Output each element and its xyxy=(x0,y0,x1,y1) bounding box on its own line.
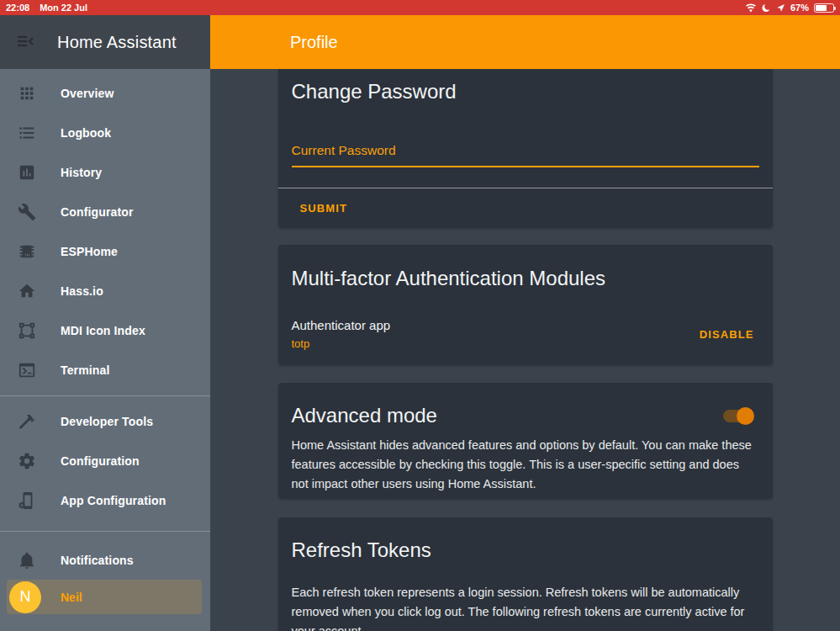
current-password-input[interactable] xyxy=(292,143,759,167)
app-title: Home Assistant xyxy=(57,33,177,52)
status-time: 22:08 xyxy=(6,3,29,13)
card-title: Change Password xyxy=(278,69,773,104)
advanced-mode-toggle[interactable] xyxy=(723,407,754,425)
home-icon xyxy=(17,281,37,301)
sidebar-item-profile[interactable]: N Neil xyxy=(7,580,202,614)
sidebar-item-overview[interactable]: Overview xyxy=(0,73,210,113)
screen: 22:08 Mon 22 Jul 67% xyxy=(0,0,840,631)
sidebar: Overview Logbook History Configurator xyxy=(0,69,210,631)
battery-percent: 67% xyxy=(790,3,809,13)
sidebar-item-terminal[interactable]: Terminal xyxy=(0,350,210,390)
page-header: Profile xyxy=(210,15,840,69)
advanced-mode-description: Home Assistant hides advanced features a… xyxy=(292,436,759,494)
card-title: Multi-factor Authentication Modules xyxy=(278,245,773,291)
sidebar-item-label: Terminal xyxy=(61,363,110,377)
wifi-icon xyxy=(745,3,757,13)
submit-button[interactable]: SUBMIT xyxy=(300,202,347,215)
sidebar-item-label: Logbook xyxy=(61,126,111,140)
sidebar-item-label: Configuration xyxy=(61,454,140,468)
gear-icon xyxy=(17,451,37,471)
sidebar-item-configurator[interactable]: Configurator xyxy=(0,192,210,231)
moon-icon xyxy=(762,3,771,13)
hammer-icon xyxy=(17,411,37,432)
sidebar-item-label: ESPHome xyxy=(61,245,118,258)
sidebar-item-configuration[interactable]: Configuration xyxy=(0,441,210,480)
sidebar-item-developer-tools[interactable]: Developer Tools xyxy=(0,401,210,441)
mfa-module-id: totp xyxy=(292,337,391,351)
phone-gear-icon xyxy=(17,490,37,511)
console-icon xyxy=(17,360,37,380)
sidebar-item-label: App Configuration xyxy=(61,494,166,507)
card-title: Advanced mode xyxy=(278,403,451,428)
vector-square-icon xyxy=(17,321,37,341)
sidebar-item-mdi-icon-index[interactable]: MDI Icon Index xyxy=(0,310,210,350)
sidebar-item-notifications[interactable]: Notifications xyxy=(0,540,210,580)
sidebar-item-esphome[interactable]: ESPHome xyxy=(0,231,210,271)
list-bulleted-icon xyxy=(17,123,37,143)
location-arrow-icon xyxy=(776,3,785,13)
sidebar-item-label: Notifications xyxy=(61,554,134,567)
chip-icon xyxy=(17,241,37,262)
avatar: N xyxy=(9,581,41,613)
sidebar-item-label: Overview xyxy=(61,87,114,100)
sidebar-item-label: MDI Icon Index xyxy=(61,324,145,337)
advanced-mode-card: Advanced mode Home Assistant hides advan… xyxy=(278,383,773,498)
change-password-card: Change Password SUBMIT xyxy=(278,69,773,227)
page-title: Profile xyxy=(290,33,338,52)
bell-icon xyxy=(17,550,37,570)
sidebar-item-label: Hass.io xyxy=(61,284,103,298)
battery-fill xyxy=(816,5,827,11)
sidebar-item-logbook[interactable]: Logbook xyxy=(0,113,210,152)
card-title: Refresh Tokens xyxy=(278,517,773,563)
refresh-tokens-card: Refresh Tokens Each refresh token repres… xyxy=(278,517,773,631)
sidebar-item-history[interactable]: History xyxy=(0,152,210,192)
mfa-card: Multi-factor Authentication Modules Auth… xyxy=(278,245,773,364)
sidebar-divider xyxy=(0,395,210,396)
refresh-tokens-description: Each refresh token represents a login se… xyxy=(292,583,759,631)
sidebar-divider xyxy=(0,531,210,532)
status-bar: 22:08 Mon 22 Jul 67% xyxy=(0,0,840,15)
mfa-module: Authenticator app totp xyxy=(292,318,391,351)
sidebar-item-label: Developer Tools xyxy=(61,415,153,428)
main-content: Change Password SUBMIT Multi-factor Auth… xyxy=(210,69,840,631)
sidebar-item-label: Configurator xyxy=(61,205,134,219)
sidebar-header: Home Assistant xyxy=(0,15,210,69)
app-bar: Home Assistant Profile xyxy=(0,15,840,69)
disable-button[interactable]: DISABLE xyxy=(700,328,754,341)
sidebar-item-label: History xyxy=(61,166,102,179)
chart-box-icon xyxy=(17,162,37,183)
menu-open-icon xyxy=(15,31,35,54)
sidebar-item-app-configuration[interactable]: App Configuration xyxy=(0,480,210,520)
user-name: Neil xyxy=(61,591,82,604)
sidebar-item-hassio[interactable]: Hass.io xyxy=(0,271,210,310)
battery-icon xyxy=(814,3,834,13)
status-date: Mon 22 Jul xyxy=(40,3,87,13)
mfa-module-name: Authenticator app xyxy=(292,318,391,333)
toggle-thumb xyxy=(737,407,754,425)
wrench-icon xyxy=(17,202,37,222)
menu-open-button[interactable] xyxy=(15,31,35,54)
view-dashboard-icon xyxy=(17,83,37,103)
